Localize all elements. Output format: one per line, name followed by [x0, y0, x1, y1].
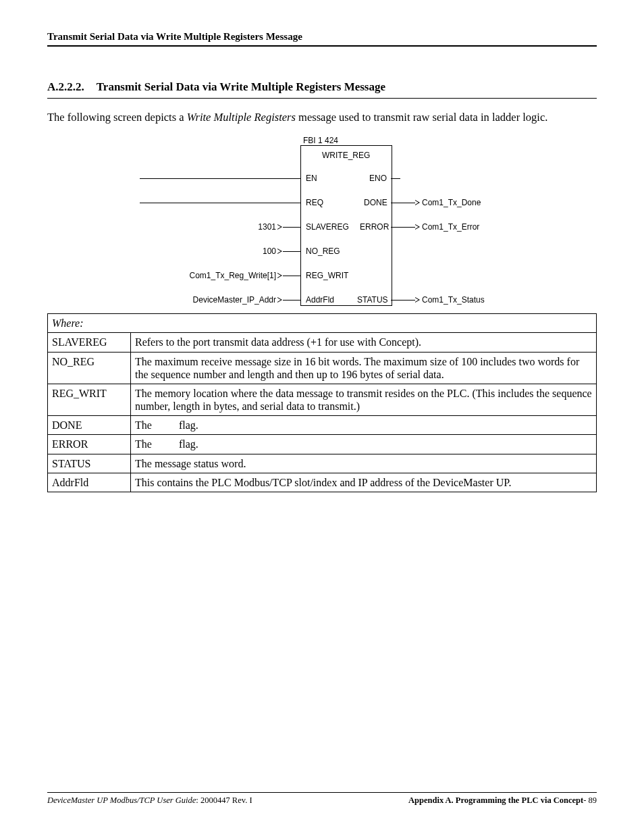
- intro-paragraph: The following screen depicts a Write Mul…: [47, 111, 597, 125]
- def-val: The message status word.: [131, 454, 597, 473]
- footer-left: DeviceMaster UP Modbus/TCP User Guide: 2…: [47, 796, 252, 806]
- wire: [283, 227, 300, 228]
- def-key: ERROR: [48, 435, 131, 454]
- def-val: Theflag.: [131, 435, 597, 454]
- def-pre: The: [135, 419, 152, 431]
- arrow-icon: [415, 200, 420, 205]
- output-done: Com1_Tx_Done: [422, 198, 481, 207]
- port-req: REQ: [306, 198, 323, 207]
- arrow-icon: [415, 297, 420, 303]
- port-eno: ENO: [369, 174, 387, 183]
- where-cell: Where:: [48, 314, 597, 333]
- port-addrfld: AddrFld: [306, 295, 334, 305]
- input-addrfld: DeviceMaster_IP_Addr: [193, 295, 276, 305]
- def-val: Refers to the port transmit data address…: [131, 333, 597, 352]
- wire: [391, 203, 415, 203]
- ladder-diagram: FBI 1 424 WRITE_REG EN REQ SLAVEREG NO_R…: [140, 136, 504, 308]
- footer-page: - 89: [583, 796, 597, 805]
- running-header: Transmit Serial Data via Write Multiple …: [47, 31, 597, 47]
- def-key: SLAVEREG: [48, 333, 131, 352]
- table-row: STATUS The message status word.: [48, 454, 597, 473]
- intro-pre: The following screen depicts a: [47, 111, 187, 124]
- table-row: AddrFld This contains the PLC Modbus/TCP…: [48, 473, 597, 492]
- port-status: STATUS: [357, 295, 388, 305]
- output-status: Com1_Tx_Status: [422, 295, 485, 305]
- table-row: Where:: [48, 314, 597, 333]
- arrow-icon: [277, 297, 282, 303]
- intro-post: message used to transmit raw serial data…: [296, 111, 547, 124]
- wire: [391, 300, 415, 301]
- footer-guide-title: DeviceMaster UP Modbus/TCP User Guide: [47, 796, 196, 805]
- port-noreg: NO_REG: [306, 246, 340, 256]
- def-key: STATUS: [48, 454, 131, 473]
- port-slavereg: SLAVEREG: [306, 222, 349, 232]
- footer-rev: : 2000447 Rev. I: [196, 796, 252, 805]
- stub-eno: [391, 178, 400, 179]
- arrow-icon: [277, 273, 282, 278]
- rail-req: [140, 203, 300, 203]
- arrow-icon: [277, 224, 282, 230]
- def-post: flag.: [179, 419, 198, 431]
- rail-en: [140, 178, 300, 179]
- footer-appendix: Appendix A. Programming the PLC via Conc…: [408, 796, 583, 805]
- port-error: ERROR: [360, 222, 389, 232]
- output-error: Com1_Tx_Error: [422, 222, 479, 232]
- wire: [283, 251, 300, 252]
- footer-right: Appendix A. Programming the PLC via Conc…: [408, 796, 597, 806]
- def-val: The maximum receive message size in 16 b…: [131, 352, 597, 384]
- arrow-icon: [277, 249, 282, 254]
- def-key: DONE: [48, 416, 131, 435]
- def-key: NO_REG: [48, 352, 131, 384]
- def-val: The memory location where the data messa…: [131, 384, 597, 415]
- table-row: NO_REG The maximum receive message size …: [48, 352, 597, 384]
- page-footer: DeviceMaster UP Modbus/TCP User Guide: 2…: [47, 792, 597, 806]
- page: Transmit Serial Data via Write Multiple …: [0, 0, 644, 834]
- table-row: ERROR Theflag.: [48, 435, 597, 454]
- section-number: A.2.2.2.: [47, 80, 84, 94]
- def-key: REG_WRIT: [48, 384, 131, 415]
- input-regwrit: Com1_Tx_Reg_Write[1]: [190, 271, 277, 280]
- wire: [391, 227, 415, 228]
- port-regwrit: REG_WRIT: [306, 271, 348, 280]
- block-title: WRITE_REG: [322, 151, 370, 160]
- def-val: This contains the PLC Modbus/TCP slot/in…: [131, 473, 597, 492]
- wire: [283, 276, 300, 276]
- wire: [283, 300, 300, 301]
- def-post: flag.: [179, 438, 198, 450]
- def-pre: The: [135, 438, 152, 450]
- def-key: AddrFld: [48, 473, 131, 492]
- input-noreg: 100: [263, 246, 276, 256]
- def-val: Theflag.: [131, 416, 597, 435]
- intro-italic: Write Multiple Registers: [187, 111, 296, 124]
- port-en: EN: [306, 174, 317, 183]
- table-row: SLAVEREG Refers to the port transmit dat…: [48, 333, 597, 352]
- section-title: Transmit Serial Data via Write Multiple …: [97, 80, 385, 93]
- table-row: REG_WRIT The memory location where the d…: [48, 384, 597, 415]
- input-slavereg: 1301: [258, 222, 276, 232]
- section-heading: A.2.2.2.Transmit Serial Data via Write M…: [47, 80, 597, 99]
- arrow-icon: [415, 224, 420, 230]
- definitions-table: Where: SLAVEREG Refers to the port trans…: [47, 313, 597, 492]
- port-done: DONE: [364, 198, 387, 207]
- block-id: FBI 1 424: [303, 136, 338, 145]
- table-row: DONE Theflag.: [48, 416, 597, 435]
